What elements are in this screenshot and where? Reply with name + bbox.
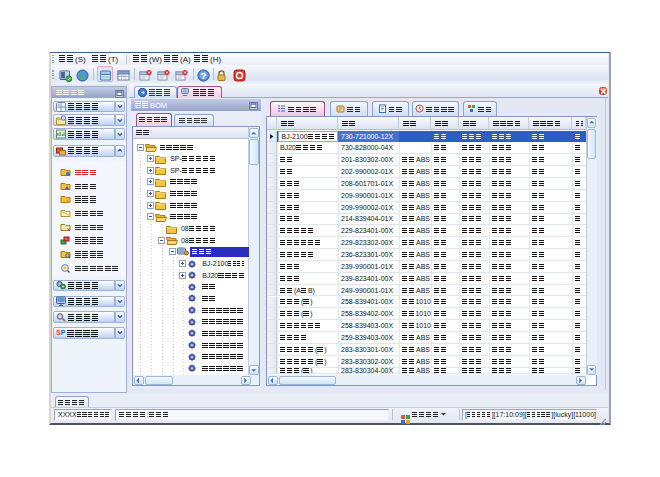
- svg-text:x: x: [67, 226, 70, 232]
- svg-text:?: ?: [200, 71, 206, 81]
